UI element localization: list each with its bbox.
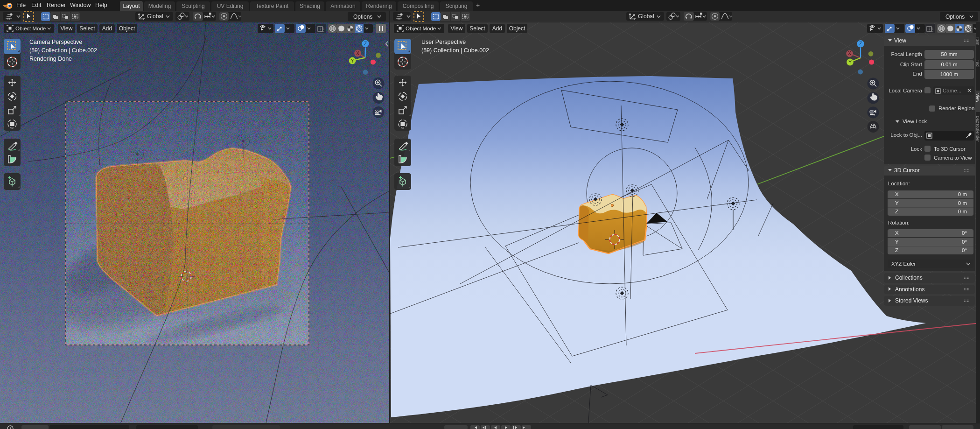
svg-text:(59) Collection | Cube.002: (59) Collection | Cube.002 [29, 47, 97, 54]
svg-text:Z: Z [364, 41, 367, 46]
svg-text:Object: Object [119, 25, 135, 32]
svg-text:Options: Options [353, 14, 372, 20]
svg-text:Global: Global [147, 13, 163, 20]
svg-text:Y: Y [351, 58, 354, 63]
svg-text:Add: Add [102, 25, 112, 32]
svg-text:View: View [61, 25, 73, 32]
svg-text:X: X [356, 51, 359, 56]
svg-text:Select: Select [79, 25, 95, 32]
svg-text:Object Mode: Object Mode [15, 26, 46, 31]
svg-text:Rendering Done: Rendering Done [29, 56, 72, 62]
svg-text:Camera Perspective: Camera Perspective [29, 39, 82, 45]
